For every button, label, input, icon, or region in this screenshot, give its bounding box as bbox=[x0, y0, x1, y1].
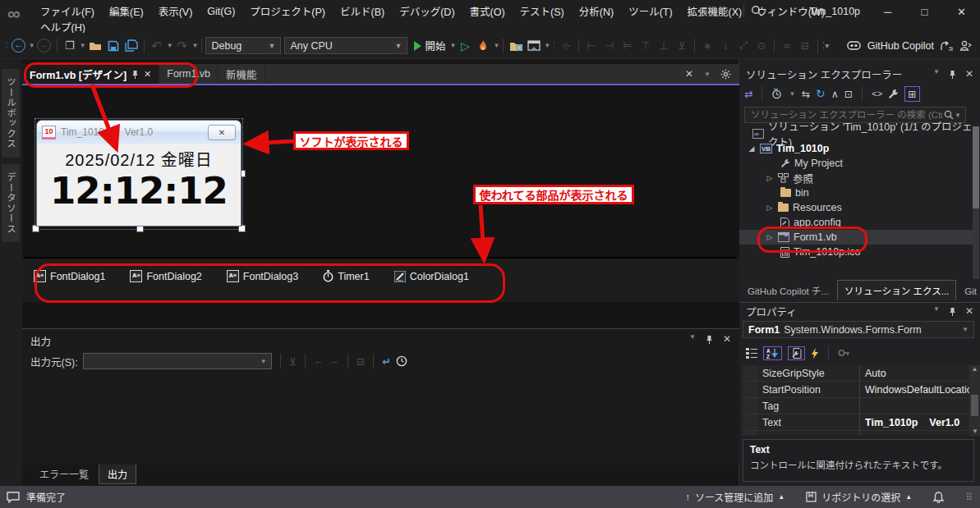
new-project-dropdown-icon[interactable]: ▼ bbox=[80, 42, 86, 49]
panel-menu-dropdown-icon[interactable]: ▼ bbox=[933, 305, 940, 317]
property-row-tag[interactable]: Tag bbox=[743, 398, 969, 414]
resize-grip[interactable]: ⠿ bbox=[965, 492, 973, 503]
solution-tree-scrollbar[interactable] bbox=[973, 126, 979, 279]
tree-item-app-config[interactable]: app.config bbox=[739, 215, 973, 230]
copilot-label[interactable]: GitHub Copilot bbox=[867, 40, 934, 52]
toolbar-grip[interactable]: ⁞ bbox=[553, 41, 554, 50]
property-value[interactable] bbox=[860, 398, 969, 414]
save-icon[interactable] bbox=[104, 36, 122, 56]
tray-item-fontdialog2[interactable]: A≡ FontDialog2 bbox=[130, 270, 201, 282]
debug-configuration-select[interactable]: Debug▼ bbox=[205, 37, 281, 54]
close-button[interactable]: ✕ bbox=[943, 0, 980, 23]
find-in-files-icon[interactable] bbox=[507, 36, 525, 56]
new-project-icon[interactable]: ❐ bbox=[61, 36, 79, 56]
close-panel-icon[interactable]: ✕ bbox=[723, 333, 731, 345]
menu-debug[interactable]: デバッグ(D) bbox=[392, 2, 462, 21]
object-selector[interactable]: Form1 System.Windows.Forms.Form ▼ bbox=[743, 321, 974, 338]
tab-solution-explorer[interactable]: ソリューション エクス... bbox=[837, 280, 956, 300]
titlebar-search[interactable]: ▼ bbox=[743, 4, 776, 17]
tray-item-timer1[interactable]: Timer1 bbox=[323, 270, 369, 282]
menu-tools[interactable]: ツール(T) bbox=[621, 2, 679, 21]
collapse-all-icon[interactable]: ∧ bbox=[831, 88, 839, 100]
navigate-back-icon[interactable]: ← bbox=[10, 36, 28, 56]
close-tab-icon[interactable]: ✕ bbox=[144, 69, 151, 80]
pending-changes-filter-icon[interactable] bbox=[771, 89, 782, 99]
switch-views-icon[interactable]: ⇆ bbox=[801, 88, 809, 100]
search-icon[interactable] bbox=[751, 5, 762, 16]
tree-item-resources[interactable]: ▷ Resources bbox=[739, 200, 973, 215]
panel-menu-dropdown-icon[interactable]: ▼ bbox=[689, 333, 696, 345]
sync-with-active-document-icon[interactable]: ⇄ bbox=[744, 88, 752, 100]
start-debugging-button[interactable]: 開始 ▼ bbox=[414, 38, 456, 53]
tree-item-icon-file[interactable]: ★ Tim_1010p.ico bbox=[739, 245, 973, 259]
pin-icon[interactable] bbox=[706, 333, 713, 345]
undo-icon[interactable]: ↶ bbox=[148, 36, 166, 56]
categorized-view-icon[interactable] bbox=[746, 348, 757, 359]
resize-handle-bottom-right[interactable] bbox=[238, 225, 246, 232]
tab-error-list[interactable]: エラー一覧 bbox=[31, 465, 97, 483]
property-row-startposition[interactable]: StartPosition WindowsDefaultLocation bbox=[743, 382, 969, 398]
tray-item-fontdialog1[interactable]: A≡ FontDialog1 bbox=[34, 270, 105, 282]
pin-icon[interactable] bbox=[949, 68, 956, 80]
expander-collapsed-icon[interactable]: ▷ bbox=[766, 233, 774, 241]
open-folder-icon[interactable] bbox=[86, 36, 104, 56]
github-copilot-icon[interactable] bbox=[847, 40, 861, 51]
tree-item-solution[interactable]: ∞ ソリューション 'Tim_1010p' (1/1 のプロジェクト) bbox=[739, 126, 973, 141]
toolbar-overflow-icon[interactable]: ⁚▾ bbox=[822, 41, 829, 50]
tab-form1-design[interactable]: Form1.vb [デザイン] ✕ bbox=[22, 64, 159, 84]
word-wrap-icon[interactable]: ↵ bbox=[382, 355, 390, 368]
navigate-forward-icon[interactable]: → bbox=[35, 36, 53, 56]
tree-item-references[interactable]: ▷ 参照 bbox=[739, 171, 973, 185]
expander-expanded-icon[interactable]: ◢ bbox=[748, 144, 756, 153]
menu-extensions[interactable]: 拡張機能(X) bbox=[680, 2, 750, 21]
live-share-dropdown-icon[interactable]: ▼ bbox=[544, 42, 550, 49]
redo-icon[interactable]: ↷ bbox=[173, 36, 191, 56]
close-document-icon[interactable]: ✕ bbox=[685, 68, 693, 80]
view-code-icon[interactable]: <> bbox=[872, 89, 882, 98]
live-share-home-icon[interactable] bbox=[525, 36, 543, 56]
maximize-button[interactable]: □ bbox=[906, 0, 943, 23]
property-value[interactable]: Tim_1010p Ver1.0 bbox=[860, 414, 969, 430]
hot-reload-dropdown-icon[interactable]: ▼ bbox=[493, 42, 499, 49]
filter-dropdown-icon[interactable]: ▼ bbox=[789, 90, 795, 98]
redo-dropdown-icon[interactable]: ▼ bbox=[192, 42, 199, 49]
scrollbar-thumb[interactable] bbox=[973, 126, 979, 208]
minimize-button[interactable]: ─ bbox=[869, 0, 906, 23]
output-source-select[interactable]: ▼ bbox=[83, 353, 272, 369]
pin-icon[interactable] bbox=[949, 305, 956, 317]
tree-item-form1[interactable]: ▷ Form1.vb bbox=[739, 230, 973, 245]
toolbar-grip[interactable]: ⁞ bbox=[6, 41, 7, 50]
tab-list-dropdown-icon[interactable]: ▼ bbox=[704, 71, 711, 78]
timestamp-icon[interactable] bbox=[396, 355, 407, 367]
start-without-debugging-icon[interactable]: ▷ bbox=[456, 36, 474, 56]
menu-view[interactable]: 表示(V) bbox=[151, 2, 200, 21]
pin-icon[interactable] bbox=[131, 70, 139, 79]
tab-form1-code[interactable]: Form1.vb bbox=[159, 64, 219, 84]
select-repository-button[interactable]: リポジトリの選択 ▲ bbox=[806, 490, 912, 504]
tray-item-fontdialog3[interactable]: A≡ FontDialog3 bbox=[227, 270, 298, 282]
tab-whats-new[interactable]: 新機能 bbox=[219, 64, 265, 84]
tab-github-copilot-chat[interactable]: GitHub Copilot チ... bbox=[741, 281, 835, 300]
panel-menu-dropdown-icon[interactable]: ▼ bbox=[933, 68, 940, 80]
expander-collapsed-icon[interactable]: ▷ bbox=[766, 204, 774, 212]
resize-handle-bottom-left[interactable] bbox=[32, 225, 39, 232]
menu-git[interactable]: Git(G) bbox=[200, 4, 242, 19]
properties-view-icon[interactable] bbox=[788, 346, 805, 360]
properties-scrollbar[interactable]: ▲ ▼ bbox=[969, 365, 980, 436]
properties-wrench-icon[interactable] bbox=[888, 89, 899, 99]
property-value[interactable]: Auto bbox=[860, 365, 969, 381]
tray-item-colordialog1[interactable]: ColorDialog1 bbox=[394, 271, 469, 282]
form-preview[interactable]: 10 Tim_1010p Ver1.0 ✕ 2025/02/12 金曜日 12:… bbox=[37, 121, 241, 226]
property-row-text[interactable]: Text Tim_1010p Ver1.0 bbox=[743, 414, 969, 431]
scrollbar-thumb[interactable] bbox=[971, 395, 978, 416]
tab-output[interactable]: 出力 bbox=[99, 465, 136, 484]
scroll-down-icon[interactable]: ▼ bbox=[972, 428, 978, 435]
menu-edit[interactable]: 編集(E) bbox=[102, 2, 151, 21]
alphabetical-sort-icon[interactable]: AZ bbox=[763, 346, 782, 360]
property-value[interactable]: WindowsDefaultLocation bbox=[860, 382, 969, 397]
close-panel-icon[interactable]: ✕ bbox=[965, 68, 973, 80]
preview-selected-items-icon[interactable]: ⊡ bbox=[844, 88, 853, 100]
feedback-icon[interactable] bbox=[7, 492, 20, 503]
tree-item-bin[interactable]: bin bbox=[739, 185, 973, 200]
tab-git-changes[interactable]: Git 変更 bbox=[958, 281, 980, 300]
